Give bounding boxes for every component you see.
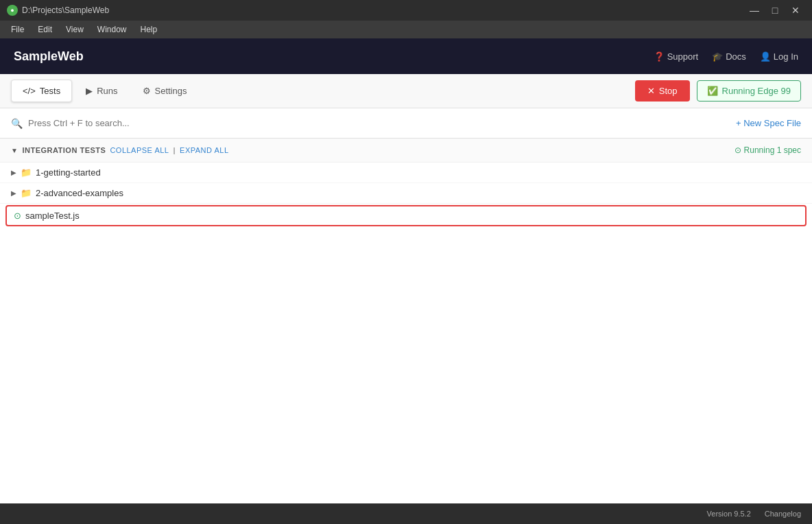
footer: Version 9.5.2 Changelog xyxy=(0,503,812,524)
changelog-link[interactable]: Changelog xyxy=(765,510,801,518)
toolbar-tabs: </> Tests ▶ Runs ⚙ Settings xyxy=(11,80,198,102)
tree-item-folder2[interactable]: ▶ 📁 2-advanced-examples xyxy=(0,183,812,204)
minimize-button[interactable]: — xyxy=(745,3,764,18)
header-actions: ❓ Support 🎓 Docs 👤 Log In xyxy=(654,51,798,62)
search-bar: 🔍 + New Spec File xyxy=(0,108,812,139)
running-dot-icon: ⊙ xyxy=(14,211,21,221)
check-circle-icon: ✅ xyxy=(707,86,718,96)
menu-window[interactable]: Window xyxy=(92,23,132,36)
tab-tests[interactable]: </> Tests xyxy=(11,80,72,102)
folder2-label: 2-advanced-examples xyxy=(36,188,123,198)
folder1-label: 1-getting-started xyxy=(36,167,101,178)
runs-icon: ▶ xyxy=(86,86,93,96)
app-header: SampleWeb ❓ Support 🎓 Docs 👤 Log In xyxy=(0,38,812,74)
search-icon: 🔍 xyxy=(11,118,23,129)
search-wrapper: 🔍 xyxy=(11,118,736,129)
code-icon: </> xyxy=(23,86,36,96)
user-icon: 👤 xyxy=(760,51,771,62)
app-logo: ● xyxy=(7,5,18,16)
chevron-down-icon: ▼ xyxy=(11,147,18,154)
running-badge: ✅ Running Edge 99 xyxy=(697,80,801,102)
section-label: INTEGRATION TESTS xyxy=(22,146,106,154)
close-button[interactable]: ✕ xyxy=(786,3,805,18)
login-link[interactable]: 👤 Log In xyxy=(760,51,798,62)
support-link[interactable]: ❓ Support xyxy=(654,51,699,62)
collapse-all-link[interactable]: COLLAPSE ALL xyxy=(110,146,169,154)
folder-icon: 📁 xyxy=(21,167,32,178)
folder-icon: 📁 xyxy=(21,188,32,198)
menu-help[interactable]: Help xyxy=(135,23,163,36)
menu-edit[interactable]: Edit xyxy=(32,23,58,36)
main-content: ▼ INTEGRATION TESTS COLLAPSE ALL | EXPAN… xyxy=(0,139,812,503)
file-tree: ▼ INTEGRATION TESTS COLLAPSE ALL | EXPAN… xyxy=(0,139,812,503)
spinning-circle-icon: ⊙ xyxy=(735,145,741,155)
menu-file[interactable]: File xyxy=(5,23,29,36)
gear-icon: ⚙ xyxy=(143,86,151,96)
menu-bar: File Edit View Window Help xyxy=(0,21,812,38)
window-title: D:\Projects\SampleWeb xyxy=(22,5,109,15)
toolbar-right: ✕ Stop ✅ Running Edge 99 xyxy=(635,80,801,102)
toolbar: </> Tests ▶ Runs ⚙ Settings ✕ Stop ✅ Run… xyxy=(0,74,812,108)
version-text: Version 9.5.2 xyxy=(707,510,751,518)
maximize-button[interactable]: □ xyxy=(765,3,785,18)
tree-item-folder1[interactable]: ▶ 📁 1-getting-started xyxy=(0,163,812,183)
new-spec-button[interactable]: + New Spec File xyxy=(736,118,801,128)
docs-link[interactable]: 🎓 Docs xyxy=(712,51,746,62)
tree-item-sampletest[interactable]: ⊙ sampleTest.js xyxy=(5,205,807,226)
chevron-right-icon: ▶ xyxy=(11,169,16,176)
search-input[interactable] xyxy=(28,118,234,128)
tab-settings[interactable]: ⚙ Settings xyxy=(132,80,198,102)
question-icon: ❓ xyxy=(654,51,665,62)
window-controls: — □ ✕ xyxy=(745,3,805,18)
app-title: SampleWeb xyxy=(14,49,84,64)
file-label: sampleTest.js xyxy=(25,211,80,221)
section-header: ▼ INTEGRATION TESTS COLLAPSE ALL | EXPAN… xyxy=(0,139,812,163)
x-icon: ✕ xyxy=(647,86,655,96)
chevron-right-icon: ▶ xyxy=(11,189,16,197)
section-actions: COLLAPSE ALL | EXPAND ALL xyxy=(110,146,228,154)
stop-button[interactable]: ✕ Stop xyxy=(635,80,690,102)
divider: | xyxy=(173,146,176,154)
running-spec-badge: ⊙ Running 1 spec xyxy=(735,145,801,155)
title-bar: ● D:\Projects\SampleWeb — □ ✕ xyxy=(0,0,812,21)
tab-runs[interactable]: ▶ Runs xyxy=(75,80,128,102)
docs-icon: 🎓 xyxy=(712,51,723,62)
expand-all-link[interactable]: EXPAND ALL xyxy=(180,146,228,154)
menu-view[interactable]: View xyxy=(60,23,89,36)
